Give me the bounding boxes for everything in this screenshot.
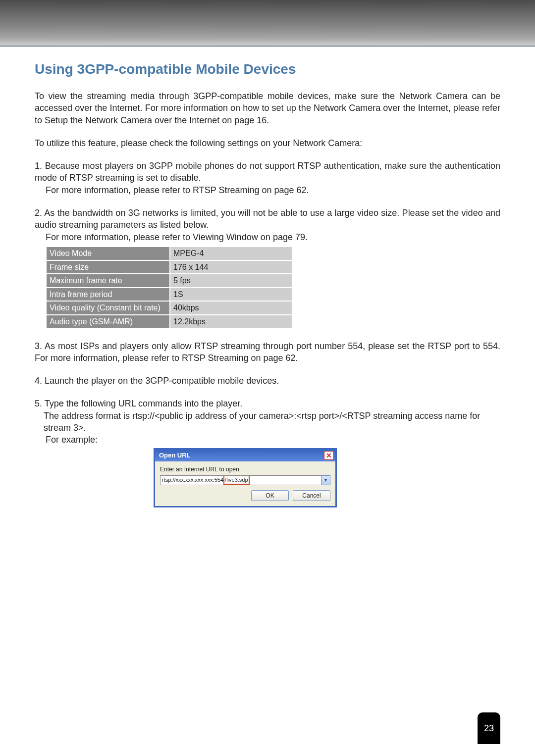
list-text: As the bandwidth on 3G networks is limit… bbox=[35, 208, 500, 230]
setting-key: Video quality (Constant bit rate) bbox=[46, 301, 170, 315]
setting-key: Maximum frame rate bbox=[46, 274, 170, 288]
list-subtext: The address format is rtsp://<public ip … bbox=[35, 410, 500, 434]
list-text: As most ISPs and players only allow RTSP… bbox=[35, 341, 500, 363]
list-item-1: 1. Because most players on 3GPP mobile p… bbox=[35, 160, 500, 196]
dialog-body: Enter an Internet URL to open: rtsp://xx… bbox=[155, 461, 335, 506]
section-heading: Using 3GPP-compatible Mobile Devices bbox=[35, 61, 500, 77]
table-row: Maximum frame rate5 fps bbox=[46, 274, 293, 288]
setting-value: 176 x 144 bbox=[170, 260, 293, 274]
page-content: Using 3GPP-compatible Mobile Devices To … bbox=[0, 47, 535, 507]
open-url-dialog: Open URL ✕ Enter an Internet URL to open… bbox=[154, 448, 337, 507]
list-number: 2. bbox=[35, 208, 44, 218]
setting-key: Intra frame period bbox=[46, 288, 170, 302]
header-gradient-band bbox=[0, 0, 535, 47]
list-number: 5. bbox=[35, 399, 45, 408]
list-subtext: For more information, please refer to RT… bbox=[35, 184, 500, 196]
table-row: Audio type (GSM-AMR)12.2kbps bbox=[46, 315, 293, 329]
list-item-3: 3. As most ISPs and players only allow R… bbox=[35, 340, 500, 364]
close-icon[interactable]: ✕ bbox=[324, 451, 334, 460]
setting-key: Frame size bbox=[46, 260, 170, 274]
setting-value: MPEG-4 bbox=[170, 247, 293, 260]
instruction-list: 1. Because most players on 3GPP mobile p… bbox=[35, 160, 500, 507]
intro-paragraph-1: To view the streaming media through 3GPP… bbox=[35, 90, 500, 126]
table-row: Intra frame period1S bbox=[46, 288, 293, 302]
dialog-titlebar[interactable]: Open URL ✕ bbox=[155, 450, 335, 461]
table-row: Video ModeMPEG-4 bbox=[46, 247, 293, 260]
list-subtext: For example: bbox=[35, 434, 500, 446]
setting-key: Audio type (GSM-AMR) bbox=[46, 315, 170, 329]
table-row: Video quality (Constant bit rate)40kbps bbox=[46, 301, 293, 315]
list-text: Because most players on 3GPP mobile phon… bbox=[35, 161, 500, 183]
intro-paragraph-2: To utilize this feature, please check th… bbox=[35, 137, 500, 149]
chevron-down-icon[interactable]: ▾ bbox=[321, 475, 330, 485]
setting-key: Video Mode bbox=[46, 247, 170, 260]
list-item-5: 5. Type the following URL commands into … bbox=[35, 398, 500, 507]
list-text: Type the following URL commands into the… bbox=[45, 399, 243, 408]
setting-value: 40kbps bbox=[170, 301, 293, 315]
list-number: 4. bbox=[35, 376, 45, 386]
url-input-label: Enter an Internet URL to open: bbox=[160, 465, 330, 473]
list-number: 3. bbox=[35, 341, 45, 351]
list-subtext: For more information, please refer to Vi… bbox=[35, 231, 500, 243]
page-number: 23 bbox=[478, 712, 500, 744]
ok-button[interactable]: OK bbox=[251, 490, 289, 501]
list-item-2: 2. As the bandwidth on 3G networks is li… bbox=[35, 207, 500, 329]
dialog-title: Open URL bbox=[159, 451, 191, 460]
setting-value: 5 fps bbox=[170, 274, 293, 288]
dialog-button-row: OK Cancel bbox=[160, 490, 330, 501]
cancel-button[interactable]: Cancel bbox=[293, 490, 330, 501]
url-text-prefix: rtsp://xxx.xxx.xxx.xxx:554 bbox=[162, 476, 223, 484]
setting-value: 1S bbox=[170, 288, 293, 302]
url-input-row: rtsp://xxx.xxx.xxx.xxx:554/live3.sdp ▾ bbox=[160, 475, 330, 485]
settings-table: Video ModeMPEG-4 Frame size176 x 144 Max… bbox=[46, 246, 293, 329]
table-row: Frame size176 x 144 bbox=[46, 260, 293, 274]
url-input[interactable]: rtsp://xxx.xxx.xxx.xxx:554/live3.sdp bbox=[160, 475, 321, 485]
setting-value: 12.2kbps bbox=[170, 315, 293, 329]
list-number: 1. bbox=[35, 161, 45, 171]
list-item-4: 4. Launch the player on the 3GPP-compati… bbox=[35, 375, 500, 387]
url-text-highlighted: /live3.sdp bbox=[223, 475, 249, 485]
list-text: Launch the player on the 3GPP-compatible… bbox=[45, 376, 279, 386]
